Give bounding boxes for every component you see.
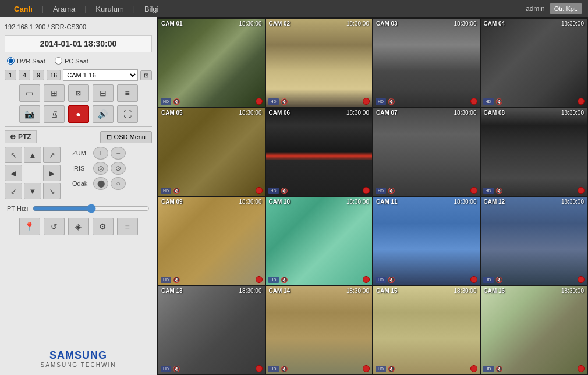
camera-cell-2[interactable]: CAM 0218:30:00HD🔇 [266,19,373,107]
cam-icons-left-11: HD🔇 [376,277,395,283]
layout-custom-btn[interactable]: ⊟ [93,84,114,102]
camera-cell-10[interactable]: CAM 1018:30:00HD🔇 [266,197,373,285]
ptz-left[interactable]: ◀ [5,165,22,181]
pt-speed-slider[interactable] [33,204,150,213]
cam-num-9[interactable]: 9 [33,70,44,80]
logout-button[interactable]: Otr. Kpt. [550,3,582,14]
fullscreen-btn[interactable]: ⛶ [117,105,138,123]
ptz-down-right[interactable]: ↘ [43,183,61,199]
cam-num-16[interactable]: 16 [47,70,61,80]
cam-icons-left-16: HD🔇 [483,366,502,372]
samsung-brand: SAMSUNG [5,349,152,362]
cam-label-2: CAM 02 [269,20,291,27]
cam-label-5: CAM 05 [161,109,183,116]
cam-time-7: 18:30:00 [454,109,477,116]
ptz-down-left[interactable]: ↙ [5,183,22,199]
zoom-in-btn[interactable]: + [93,147,108,160]
ptz-up-left[interactable]: ↖ [5,147,22,163]
camera-cell-11[interactable]: CAM 1118:30:00HD🔇 [373,197,480,285]
pattern-btn[interactable]: ◈ [68,218,89,235]
focus-near-btn[interactable]: ⬤ [93,177,108,190]
record-btn[interactable]: ● [68,105,89,123]
cam-hd-icon-8: HD [483,188,494,194]
focus-label: Odak [72,180,91,187]
layout-1-btn[interactable]: ▭ [19,84,40,102]
cam-bottom-bar-4: HD🔇 [483,98,585,105]
camera-cell-6[interactable]: CAM 0618:30:00HD🔇 [266,108,373,196]
focus-row: Odak ⬤ ○ [72,177,126,190]
camera-cell-3[interactable]: CAM 0318:30:00HD🔇 [373,19,480,107]
cam-time-6: 18:30:00 [346,109,369,116]
cam-rec-dot-6 [363,187,370,194]
camera-cell-12[interactable]: CAM 1218:30:00HD🔇 [481,197,587,285]
cam-num-1[interactable]: 1 [5,70,16,80]
cam-label-10: CAM 10 [269,199,291,205]
cam-icons-left-2: HD🔇 [268,98,288,105]
camera-grid: CAM 0118:30:00HD🔇CAM 0218:30:00HD🔇CAM 03… [157,17,588,375]
nav-bilgi[interactable]: Bilgi [136,0,167,17]
camera-cell-7[interactable]: CAM 0718:30:00HD🔇 [373,108,480,196]
layout-16-btn[interactable]: ⊠ [68,84,89,102]
cam-hd-icon-6: HD [268,188,279,194]
cam-icons-left-8: HD🔇 [483,188,502,194]
preset-btn[interactable]: 📍 [19,218,40,235]
camera-cell-1[interactable]: CAM 0118:30:00HD🔇 [158,19,265,107]
nav-sep-3: | [133,5,135,13]
nav-arama[interactable]: Arama [45,0,83,17]
cam-range-select[interactable]: CAM 1-16 CAM 1-4 CAM 5-8 CAM 9-12 CAM 13… [63,69,138,81]
ptz-controls-area: ↖ ▲ ↗ ◀ ▶ ↙ ▼ ↘ ZUM + − IRIS ◎ ⊙ [5,147,152,199]
ptz-label: ⊕ PTZ [5,130,37,143]
cam-icons-left-13: HD🔇 [161,366,180,372]
ptz-right[interactable]: ▶ [43,165,61,181]
cam-bottom-bar-16: HD🔇 [483,365,585,372]
cam-rec-dot-4 [578,98,585,105]
camera-cell-16[interactable]: CAM 1618:30:00HD🔇 [481,286,587,374]
focus-far-btn[interactable]: ○ [111,177,126,190]
pc-saat-option[interactable]: PC Saat [55,57,88,65]
dvr-saat-label: DVR Saat [17,58,45,65]
zoom-out-btn[interactable]: − [111,147,126,160]
osd-menu-btn[interactable]: ⊡ OSD Menü [100,131,152,143]
cam-label-4: CAM 04 [484,20,505,27]
cam-label-16: CAM 16 [484,288,505,294]
camera-cell-9[interactable]: CAM 0918:30:00HD🔇 [158,197,265,285]
zoom-iris-focus-controls: ZUM + − IRIS ◎ ⊙ Odak ⬤ ○ [72,147,126,190]
cam-mute-icon-1: 🔇 [173,98,180,105]
ptz-up[interactable]: ▲ [24,147,41,163]
camera-cell-14[interactable]: CAM 1418:30:00HD🔇 [266,286,373,374]
cam-hd-icon-16: HD [483,366,494,372]
camera-cell-15[interactable]: CAM 1518:30:00HD🔇 [373,286,480,374]
dvr-saat-radio[interactable] [7,57,15,65]
pc-saat-radio[interactable] [55,57,62,65]
layout-extra-btn[interactable]: ≡ [117,84,138,102]
cam-icons-left-7: HD🔇 [376,188,395,194]
camera-cell-4[interactable]: CAM 0418:30:00HD🔇 [481,19,587,107]
cam-num-4[interactable]: 4 [19,70,30,80]
cam-mute-icon-7: 🔇 [388,188,395,194]
auto-pan-btn[interactable]: ⚙ [93,218,114,235]
ptz-up-right[interactable]: ↗ [43,147,61,163]
camera-cell-8[interactable]: CAM 0818:30:00HD🔇 [481,108,587,196]
layout-4-btn[interactable]: ⊞ [44,84,65,102]
nav-canli[interactable]: Canlı [6,0,41,17]
cam-bottom-bar-15: HD🔇 [376,365,477,372]
cam-config-btn[interactable]: ⊡ [140,70,152,80]
iris-close-btn[interactable]: ⊙ [111,162,126,175]
print-btn[interactable]: 🖨 [44,105,65,123]
cam-rec-dot-5 [256,187,263,194]
camera-cell-13[interactable]: CAM 1318:30:00HD🔇 [158,286,265,374]
audio-btn[interactable]: 🔊 [93,105,114,123]
tour-btn[interactable]: ↺ [44,218,65,235]
nav-sep-2: | [84,5,86,13]
pc-saat-label: PC Saat [65,58,88,65]
ptz-down[interactable]: ▼ [24,183,41,199]
nav-kurulum[interactable]: Kurulum [87,0,132,17]
cam-rec-dot-13 [256,365,263,372]
dvr-saat-option[interactable]: DVR Saat [7,57,45,65]
iris-open-btn[interactable]: ◎ [93,162,108,175]
nav-right-area: admin Otr. Kpt. [526,3,582,14]
camera-cell-5[interactable]: CAM 0518:30:00HD🔇 [158,108,265,196]
snapshot-btn[interactable]: 📷 [19,105,40,123]
more-btn[interactable]: ≡ [117,218,138,235]
cam-hd-icon-12: HD [483,277,494,283]
